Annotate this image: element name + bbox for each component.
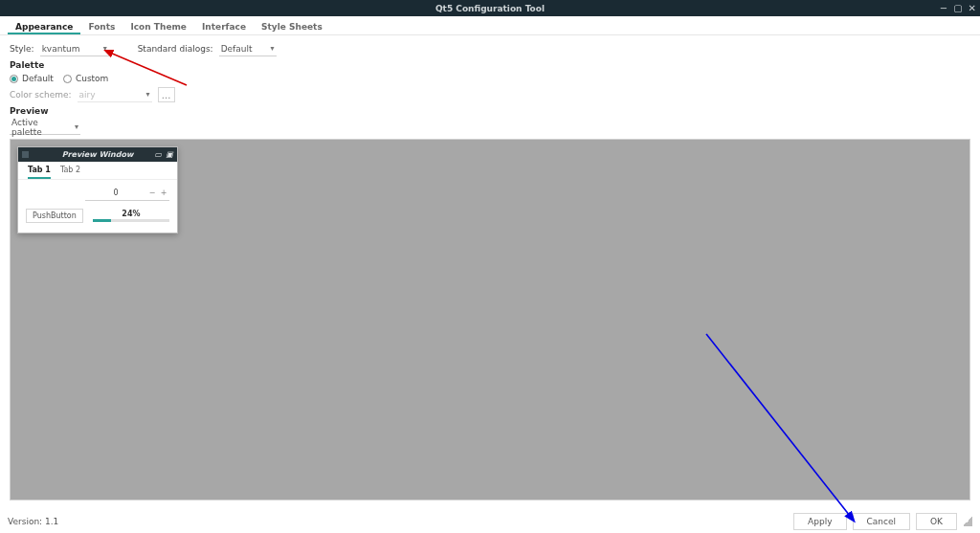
palette-radio-custom-label: Custom	[76, 74, 108, 83]
spin-up-icon[interactable]: +	[158, 189, 169, 197]
appearance-panel: Style: kvantum ▾ Standard dialogs: Defau…	[0, 35, 980, 500]
radio-dot-icon	[63, 75, 72, 83]
style-combo-value: kvantum	[42, 44, 80, 54]
palette-radio-default-label: Default	[22, 74, 54, 83]
preview-window: Preview Window ▭ ▣ Tab 1 Tab 2 0 − + Pus…	[17, 146, 178, 233]
tab-fonts[interactable]: Fonts	[80, 20, 122, 34]
main-tabs: Appearance Fonts Icon Theme Interface St…	[0, 16, 980, 35]
tab-interface[interactable]: Interface	[194, 20, 254, 34]
preview-window-title: Preview Window	[62, 150, 134, 159]
window-controls: − ▢ ✕	[940, 4, 976, 13]
cancel-button[interactable]: Cancel	[853, 513, 911, 530]
preview-maximize-icon[interactable]: ▣	[166, 151, 173, 159]
tab-style-sheets[interactable]: Style Sheets	[254, 20, 330, 34]
maximize-icon[interactable]: ▢	[953, 4, 962, 13]
window-titlebar: Qt5 Configuration Tool − ▢ ✕	[0, 0, 980, 16]
dialogs-combo-value: Default	[221, 44, 253, 54]
chevron-down-icon: ▾	[146, 90, 150, 99]
chevron-down-icon: ▾	[271, 44, 275, 53]
window-title: Qt5 Configuration Tool	[435, 4, 545, 13]
ok-button[interactable]: OK	[916, 513, 957, 530]
color-scheme-combo: airy ▾	[78, 87, 152, 102]
preview-progress: 24%	[93, 210, 169, 222]
version-label: Version: 1.1	[8, 517, 58, 526]
preview-menu-icon	[22, 151, 29, 158]
palette-radio-default[interactable]: Default	[10, 74, 54, 83]
chevron-down-icon: ▾	[103, 44, 107, 53]
tab-appearance[interactable]: Appearance	[8, 20, 80, 34]
preview-push-button[interactable]: PushButton	[26, 209, 83, 223]
preview-heading: Preview	[10, 106, 970, 116]
minimize-icon[interactable]: −	[940, 4, 947, 13]
color-scheme-label: Color scheme:	[10, 90, 72, 100]
preview-palette-value: Active palette	[11, 118, 67, 137]
preview-body: 0 − + PushButton 24%	[18, 180, 177, 233]
tab-icon-theme[interactable]: Icon Theme	[122, 20, 194, 34]
chevron-down-icon: ▾	[75, 122, 78, 131]
preview-window-titlebar[interactable]: Preview Window ▭ ▣	[18, 147, 177, 162]
preview-spin-value: 0	[85, 189, 146, 197]
palette-radio-custom[interactable]: Custom	[63, 74, 108, 83]
resize-grip-icon[interactable]	[963, 517, 972, 526]
preview-area: Preview Window ▭ ▣ Tab 1 Tab 2 0 − + Pus…	[10, 139, 970, 500]
preview-progress-bar	[93, 219, 169, 222]
spin-down-icon[interactable]: −	[146, 189, 158, 197]
close-icon[interactable]: ✕	[969, 4, 976, 13]
style-label: Style:	[10, 44, 34, 54]
style-combo[interactable]: kvantum ▾	[40, 41, 109, 56]
preview-palette-combo[interactable]: Active palette ▾	[10, 120, 80, 135]
dialogs-label: Standard dialogs:	[138, 44, 213, 54]
preview-tabs: Tab 1 Tab 2	[18, 162, 177, 180]
dialogs-combo[interactable]: Default ▾	[219, 41, 277, 56]
preview-progress-fill	[93, 219, 111, 222]
preview-progress-label: 24%	[93, 210, 169, 218]
palette-heading: Palette	[10, 60, 970, 70]
preview-tab-1[interactable]: Tab 1	[28, 166, 51, 179]
preview-spinbox[interactable]: 0 − +	[85, 186, 169, 201]
radio-dot-icon	[10, 75, 18, 83]
preview-tab-2[interactable]: Tab 2	[60, 166, 80, 179]
apply-button[interactable]: Apply	[793, 513, 846, 530]
preview-minimize-icon[interactable]: ▭	[154, 151, 162, 159]
color-scheme-value: airy	[79, 90, 96, 100]
footer: Version: 1.1 Apply Cancel OK	[0, 509, 980, 533]
color-scheme-browse-button[interactable]: ...	[158, 87, 175, 102]
